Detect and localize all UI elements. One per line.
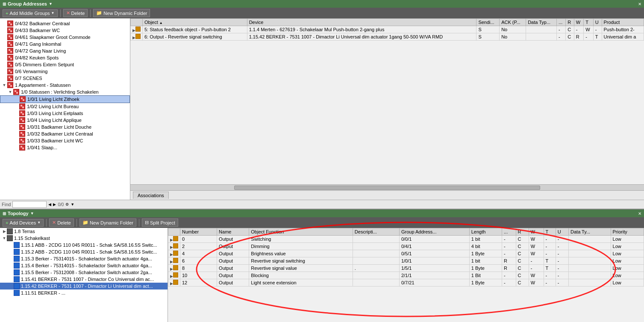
top-tree-item[interactable]: 0/4/82 Keuken Spots [0, 54, 130, 61]
table-cell [569, 279, 611, 287]
top-delete-btn[interactable]: ✕ Delete [63, 9, 88, 17]
bcol-datatype[interactable]: Data Ty... [569, 228, 611, 236]
top-panel-close-btn[interactable]: ✕ [638, 2, 641, 6]
top-tree-item[interactable]: 0/7 SCENES [0, 75, 130, 82]
add-devices-btn[interactable]: + Add Devices ▼ [3, 219, 44, 227]
add-devices-dropdown[interactable]: ▼ [37, 221, 41, 225]
group-address-icon [7, 55, 14, 61]
top-tree-panel[interactable]: 0/4/32 Badkamer Centraal 0/4/33 Badkamer… [0, 18, 130, 200]
top-tree-item[interactable]: ▼1 Appartement - Statussen [0, 82, 130, 89]
top-tree-item[interactable]: 0/4/33 Badkamer WC [0, 27, 130, 34]
top-panel-titlebar[interactable]: ⊞ Group Addresses ▼ ✕ [0, 0, 644, 8]
row-expand[interactable]: ▶ [132, 28, 135, 32]
col-object-header[interactable]: Object ▲ [143, 19, 247, 26]
table-row[interactable]: ▶10OutputBlocking2/1/11 Bit-CW--Low [168, 272, 644, 279]
bottom-new-dynamic-folder-btn[interactable]: 📁 New Dynamic Folder [79, 219, 136, 227]
top-tree-item[interactable]: 1/0/1 Living Licht Zithoek [0, 95, 130, 103]
bottom-tree-item[interactable]: ▶1.8 Terras [0, 228, 168, 235]
find-dropdown-btn[interactable]: ▼ [71, 202, 74, 207]
row-expand[interactable]: ▶ [170, 281, 173, 286]
bottom-tree-panel[interactable]: ▶1.8 Terras▼1.15 Schakelkast 1.15.1 ABB … [0, 228, 168, 322]
bcol-name[interactable]: Name [217, 228, 249, 236]
add-middle-groups-dropdown[interactable]: ▼ [51, 11, 55, 15]
find-next-btn[interactable]: ▶ [53, 202, 56, 207]
top-detail-table[interactable]: Object ▲ Device Sendi... ACK (P... Data … [130, 18, 644, 184]
bcol-desc[interactable]: Descripti... [353, 228, 399, 236]
bottom-tree-item[interactable]: 1.11.51 BERKER - ... [0, 290, 168, 296]
expand-arrow[interactable]: ▶ [2, 229, 7, 233]
bottom-tree-item[interactable]: 1.15.42 BERKER - 7531 1007 - Dimactor Li… [0, 283, 168, 290]
top-tree-item[interactable]: 0/4/61 Slaapkamer Groot Commode [0, 34, 130, 41]
bottom-panel-dropdown-arrow[interactable]: ▼ [30, 211, 34, 216]
top-tree-item[interactable]: 0/4/72 Gang Naar Living [0, 47, 130, 54]
row-expand[interactable]: ▶ [170, 245, 173, 249]
bottom-delete-btn[interactable]: ✕ Delete [49, 219, 74, 227]
expand-arrow[interactable]: ▼ [2, 83, 7, 87]
bottom-panel-titlebar[interactable]: ⊞ Topology ▼ ✕ [0, 210, 644, 217]
col-sending-header[interactable]: Sendi... [476, 19, 500, 26]
table-row[interactable]: ▶0OutputSwitching0/0/11 bit-CW--Low [168, 236, 644, 243]
bcol-number[interactable]: Number [180, 228, 217, 236]
top-tree-item[interactable]: 0/6 Verwarming [0, 68, 130, 75]
bottom-tree-item[interactable]: ▼1.15 Schakelkast [0, 235, 168, 242]
bottom-tree-item[interactable]: 1.15.3 Berker - 75314015 - Schakelactor … [0, 255, 168, 262]
tree-item-label: 1.15.1 ABB - 2CDG 110 045 R0011 - Schak … [21, 242, 157, 248]
top-new-dynamic-folder-btn[interactable]: 📁 New Dynamic Folder [93, 9, 150, 17]
table-row[interactable]: ▶12OutputLight scene extension0/7/211 By… [168, 279, 644, 287]
row-expand[interactable]: ▶ [170, 274, 173, 278]
find-input[interactable] [12, 201, 47, 208]
row-expand[interactable]: ▶ [132, 35, 135, 40]
top-horizontal-scrollbar[interactable] [130, 184, 644, 190]
row-expand[interactable]: ▶ [170, 238, 173, 242]
table-row[interactable]: ▶5: Status feedback object - Push-button… [131, 26, 644, 33]
col-device-header[interactable]: Device [247, 19, 476, 26]
table-cell: Dimming [249, 243, 353, 250]
table-row[interactable]: ▶4OutputBrightness value0/5/11 Byte-CW--… [168, 250, 644, 257]
bottom-detail-panel[interactable]: Number Name Object Function Descripti...… [168, 228, 644, 322]
top-tree-item[interactable]: 1/0/41 Slaap... [0, 144, 130, 151]
bottom-tree-item[interactable]: 1.15.1 ABB - 2CDG 110 045 R0011 - Schak … [0, 242, 168, 248]
add-middle-groups-btn[interactable]: + Add Middle Groups ▼ [3, 9, 58, 17]
top-tree-item[interactable]: ▼1/0 Statussen : Verlichting Schakelen [0, 89, 130, 95]
expand-arrow[interactable]: ▼ [2, 236, 7, 240]
table-cell: W [529, 250, 544, 257]
bcol-length[interactable]: Length [469, 228, 502, 236]
bcol-grpaddr[interactable]: Group Address... [399, 228, 469, 236]
top-tree-item[interactable]: 0/4/32 Badkamer Centraal [0, 20, 130, 27]
top-tree-item[interactable]: 1/0/3 Living Licht Eetplaats [0, 110, 130, 117]
group-address-icon [19, 131, 26, 137]
expand-arrow[interactable]: ▼ [8, 90, 13, 94]
bottom-tree-item[interactable]: 1.15.4 Berker - 75314015 - Schakelactor … [0, 262, 168, 269]
table-cell: 0/4/1 [399, 243, 469, 250]
tree-item-label: 1/0/1 Living Licht Zithoek [27, 97, 79, 102]
top-tree-item[interactable]: 1/0/4 Living Licht Applique [0, 117, 130, 124]
bottom-panel-close-btn[interactable]: ✕ [638, 211, 641, 216]
row-expand[interactable]: ▶ [170, 252, 173, 257]
top-tree-item[interactable]: 1/0/31 Badkamer Licht Douche [0, 124, 130, 130]
top-tree-item[interactable]: 1/0/33 Badkamer Licht WC [0, 137, 130, 144]
bottom-tree-item[interactable]: 1.15.5 Berker - 75312008 - Schakelactor … [0, 269, 168, 276]
top-tree-item[interactable]: 1/0/2 Living Licht Bureau [0, 103, 130, 110]
top-tree-item[interactable]: 0/5 Dimmers Extern Setpunt [0, 61, 130, 68]
top-panel-dropdown-arrow[interactable]: ▼ [49, 2, 53, 6]
col-datatype-header[interactable]: Data Typ... [526, 19, 557, 26]
find-settings-btn[interactable]: ⚙ [65, 202, 69, 207]
bcol-objfunc[interactable]: Object Function [249, 228, 353, 236]
table-row[interactable]: ▶6OutputRevertive signal switching1/0/11… [168, 257, 644, 265]
associations-tab[interactable]: Associations [133, 192, 169, 199]
table-row[interactable]: ▶6: Output - Revertive signal switching1… [131, 33, 644, 41]
table-row[interactable]: ▶2OutputDimming0/4/14 bit-CW--Low [168, 243, 644, 250]
bottom-tree-item[interactable]: 1.15.2 ABB - 2CDG 110 045 R0011 - Schak … [0, 248, 168, 255]
top-tree-item[interactable]: 0/4/71 Gang Inkomhal [0, 41, 130, 47]
split-project-btn[interactable]: ⊟ Split Project [142, 219, 178, 227]
group-address-icon [7, 21, 14, 27]
bottom-tree-item[interactable]: 1.15.41 BERKER - 7531 1007 - Dimactor Co… [0, 276, 168, 283]
top-tree-item[interactable]: 1/0/32 Badkamer Licht Centraal [0, 130, 130, 137]
row-expand[interactable]: ▶ [170, 260, 173, 264]
col-ack-header[interactable]: ACK (P... [500, 19, 526, 26]
find-prev-btn[interactable]: ◀ [48, 202, 51, 207]
bcol-priority[interactable]: Priority [611, 228, 644, 236]
table-row[interactable]: ▶8OutputRevertive signal value.1/5/11 By… [168, 265, 644, 272]
group-address-icon [19, 145, 26, 151]
row-expand[interactable]: ▶ [170, 267, 173, 271]
